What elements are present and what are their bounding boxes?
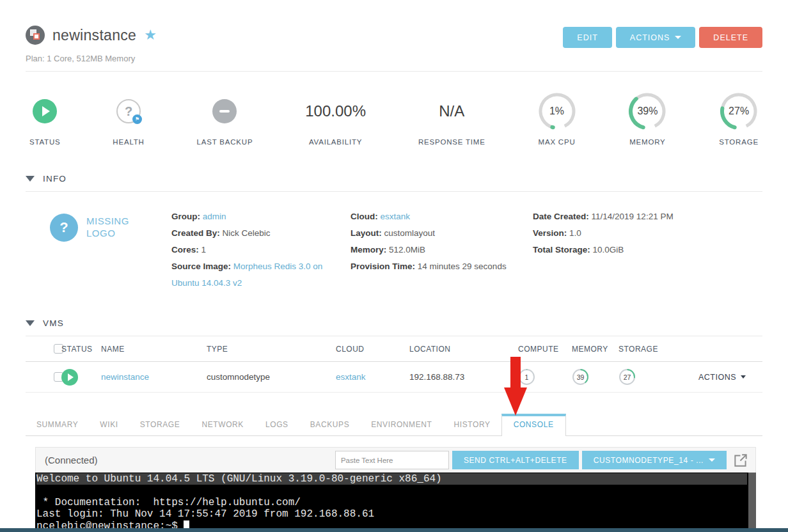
stat-storage: 27% STORAGE [719, 91, 759, 146]
field-label: Provision Time: [351, 262, 415, 271]
caret-down-icon [741, 375, 746, 379]
collapse-vms-triangle-icon[interactable] [26, 320, 35, 326]
health-unknown-icon: ? ⚑ [116, 99, 141, 123]
page-title: newinstance [52, 27, 136, 44]
info-date-created: Date Created: 11/14/2019 12:21 PM [533, 208, 762, 225]
availability-value: 100.00% [305, 102, 366, 120]
header-status: STATUS [61, 345, 101, 354]
tab-logs[interactable]: LOGS [255, 414, 299, 435]
max-cpu-gauge: 1% [538, 92, 576, 130]
vm-compute-value: 1 [518, 368, 535, 386]
status-running-play-icon [33, 99, 57, 123]
cloud-link[interactable]: esxtank [381, 212, 411, 221]
group-link[interactable]: admin [203, 212, 226, 221]
row-actions-dropdown[interactable]: ACTIONS [698, 373, 746, 382]
stat-label: HEALTH [113, 138, 144, 146]
detail-tabs: SUMMARY WIKI STORAGE NETWORK LOGS BACKUP… [26, 414, 762, 436]
info-created-by: Created By: Nick Celebic [171, 225, 351, 242]
info-section: INFO ? MISSING LOGO Group: admin Created… [26, 174, 762, 292]
stat-label: MEMORY [629, 138, 665, 146]
vm-storage-gauge: 27 [619, 368, 636, 386]
field-label: Version: [533, 228, 567, 238]
tab-console[interactable]: CONSOLE [501, 414, 566, 436]
vm-compute-gauge: 1 [518, 368, 535, 386]
header-storage: STORAGE [619, 345, 676, 354]
field-value: 512.0MiB [389, 245, 425, 254]
vm-cloud-link[interactable]: esxtank [336, 372, 366, 382]
info-version: Version: 1.0 [533, 225, 762, 242]
tab-storage[interactable]: STORAGE [129, 414, 191, 435]
vm-name-link[interactable]: newinstance [101, 372, 149, 382]
terminal-line: * Documentation: https://help.ubuntu.com… [36, 497, 747, 508]
open-external-console-icon[interactable] [732, 452, 749, 469]
stat-response-time: N/A RESPONSE TIME [418, 91, 485, 146]
stat-label: AVAILABILITY [309, 138, 362, 146]
memory-value: 39% [628, 92, 666, 130]
header-compute: COMPUTE [518, 345, 572, 354]
missing-logo: ? MISSING LOGO [26, 214, 171, 242]
info-total-storage: Total Storage: 10.0GiB [533, 242, 762, 258]
field-label: Cloud: [351, 212, 378, 221]
vm-memory-gauge: 39 [572, 368, 589, 386]
paste-text-input[interactable] [335, 451, 449, 469]
tab-summary[interactable]: SUMMARY [26, 414, 89, 435]
vm-select-dropdown[interactable]: CUSTOMNODETYPE_14 - ... [582, 451, 727, 469]
terminal-scrollbar[interactable] [748, 473, 756, 531]
header-type: TYPE [207, 345, 336, 354]
row-actions-label: ACTIONS [698, 373, 736, 382]
vms-section: VMS STATUS NAME TYPE CLOUD LOCATION COMP… [26, 318, 762, 393]
info-group: Group: admin [171, 208, 351, 225]
stat-label: MAX CPU [539, 138, 576, 146]
vm-storage-value: 27 [619, 368, 636, 386]
console-connection-status: (Connected) [45, 455, 335, 465]
field-label: Source Image: [171, 262, 231, 271]
info-provision-time: Provision Time: 14 minutes 29 seconds [351, 258, 533, 275]
send-ctrl-alt-delete-button[interactable]: SEND CTRL+ALT+DELETE [452, 451, 579, 469]
actions-dropdown-button[interactable]: ACTIONS [616, 27, 696, 48]
field-value: 11/14/2019 12:21 PM [592, 212, 674, 221]
delete-button[interactable]: DELETE [699, 27, 762, 48]
edit-button[interactable]: EDIT [563, 27, 611, 48]
plan-subtitle: Plan: 1 Core, 512MB Memory [26, 54, 762, 63]
terminal-line: Welcome to Ubuntu 14.04.5 LTS (GNU/Linux… [36, 473, 747, 485]
instance-header: newinstance ★ EDIT ACTIONS DELETE [26, 0, 762, 48]
field-value: 1 [201, 245, 207, 254]
stat-label: STORAGE [719, 138, 759, 146]
field-value: customlayout [384, 228, 436, 238]
tab-environment[interactable]: ENVIRONMENT [360, 414, 443, 435]
actions-dropdown-label: ACTIONS [630, 33, 670, 42]
info-cores: Cores: 1 [171, 242, 351, 258]
stat-label: LAST BACKUP [197, 138, 253, 146]
field-label: Created By: [171, 228, 220, 238]
missing-logo-label: MISSING LOGO [86, 215, 132, 240]
info-cloud: Cloud: esxtank [351, 208, 533, 225]
vms-table: STATUS NAME TYPE CLOUD LOCATION COMPUTE … [26, 336, 762, 393]
field-label: Date Created: [533, 212, 589, 221]
stat-availability: 100.00% AVAILABILITY [305, 91, 366, 146]
tab-backups[interactable]: BACKUPS [299, 414, 361, 435]
vm-status-play-icon [61, 369, 78, 386]
stat-label: STATUS [29, 138, 60, 146]
caret-down-icon [709, 458, 715, 462]
tab-history[interactable]: HISTORY [443, 414, 501, 435]
tab-network[interactable]: NETWORK [191, 414, 255, 435]
vm-memory-value: 39 [572, 368, 589, 386]
field-label: Total Storage: [533, 245, 590, 254]
terminal[interactable]: Welcome to Ubuntu 14.04.5 LTS (GNU/Linux… [35, 473, 756, 531]
stat-label: RESPONSE TIME [418, 138, 485, 146]
stat-memory: 39% MEMORY [628, 91, 666, 146]
header-location: LOCATION [409, 345, 518, 354]
max-cpu-value: 1% [538, 92, 576, 130]
vm-location: 192.168.88.73 [409, 372, 518, 382]
page: newinstance ★ EDIT ACTIONS DELETE Plan: … [0, 0, 788, 531]
favorite-star-icon[interactable]: ★ [144, 28, 157, 42]
field-label: Cores: [171, 245, 199, 254]
collapse-info-triangle-icon[interactable] [26, 176, 35, 182]
memory-gauge: 39% [628, 92, 666, 130]
vm-type: customnodetype [207, 372, 336, 382]
field-value: 14 minutes 29 seconds [418, 262, 507, 271]
health-flag-badge-icon: ⚑ [132, 114, 142, 124]
backup-none-minus-icon [212, 99, 237, 123]
bottom-strip [0, 528, 788, 532]
tab-wiki[interactable]: WIKI [89, 414, 129, 435]
